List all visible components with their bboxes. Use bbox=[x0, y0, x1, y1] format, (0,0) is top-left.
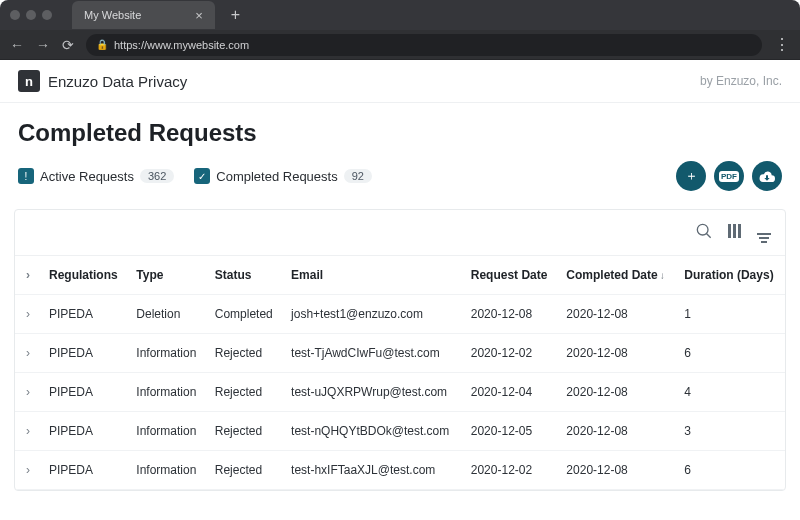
actions-right: ＋ PDF bbox=[676, 161, 782, 191]
cell-status: Rejected bbox=[207, 451, 283, 490]
plus-icon: ＋ bbox=[685, 167, 698, 185]
page-title: Completed Requests bbox=[0, 103, 800, 157]
col-completed-date[interactable]: Completed Date↓ bbox=[558, 256, 676, 295]
table-row[interactable]: ›PIPEDAInformationRejectedtest-uJQXRPWru… bbox=[15, 373, 785, 412]
cell-email: test-uJQXRPWrup@test.com bbox=[283, 373, 463, 412]
cell-request-date: 2020-12-02 bbox=[463, 451, 559, 490]
cell-type: Information bbox=[128, 334, 206, 373]
table-body: ›PIPEDADeletionCompletedjosh+test1@enzuz… bbox=[15, 295, 785, 490]
tab-active-requests[interactable]: ! Active Requests 362 bbox=[18, 168, 174, 184]
table-container: › Regulations Type Status Email Request … bbox=[14, 209, 786, 491]
window-close-dot[interactable] bbox=[10, 10, 20, 20]
tabs-left: ! Active Requests 362 ✓ Completed Reques… bbox=[18, 168, 372, 184]
cell-duration: 6 bbox=[676, 451, 785, 490]
col-status[interactable]: Status bbox=[207, 256, 283, 295]
requests-table: › Regulations Type Status Email Request … bbox=[15, 256, 785, 490]
close-icon[interactable]: × bbox=[195, 9, 203, 22]
cell-duration: 1 bbox=[676, 295, 785, 334]
cell-completed-date: 2020-12-08 bbox=[558, 334, 676, 373]
cell-regulations: PIPEDA bbox=[41, 373, 128, 412]
tab-label: Active Requests bbox=[40, 169, 134, 184]
filter-icon[interactable] bbox=[757, 222, 771, 243]
cell-request-date: 2020-12-04 bbox=[463, 373, 559, 412]
expand-row-icon[interactable]: › bbox=[15, 412, 41, 451]
cell-completed-date: 2020-12-08 bbox=[558, 412, 676, 451]
table-row[interactable]: ›PIPEDAInformationRejectedtest-hxIFTaaXJ… bbox=[15, 451, 785, 490]
cell-status: Completed bbox=[207, 295, 283, 334]
header-byline: by Enzuzo, Inc. bbox=[700, 74, 782, 88]
cell-type: Deletion bbox=[128, 295, 206, 334]
expand-row-icon[interactable]: › bbox=[15, 334, 41, 373]
col-request-date[interactable]: Request Date bbox=[463, 256, 559, 295]
download-button[interactable] bbox=[752, 161, 782, 191]
back-icon[interactable]: ← bbox=[10, 37, 24, 53]
cell-completed-date: 2020-12-08 bbox=[558, 373, 676, 412]
new-tab-button[interactable]: + bbox=[231, 7, 240, 23]
browser-chrome: My Website × + ← → ⟳ 🔒 https://www.myweb… bbox=[0, 0, 800, 60]
cell-duration: 6 bbox=[676, 334, 785, 373]
col-regulations[interactable]: Regulations bbox=[41, 256, 128, 295]
cell-request-date: 2020-12-02 bbox=[463, 334, 559, 373]
expand-row-icon[interactable]: › bbox=[15, 373, 41, 412]
reload-icon[interactable]: ⟳ bbox=[62, 37, 74, 53]
col-email[interactable]: Email bbox=[283, 256, 463, 295]
check-icon: ✓ bbox=[194, 168, 210, 184]
url-text: https://www.mywebsite.com bbox=[114, 39, 249, 51]
browser-tab-title: My Website bbox=[84, 9, 141, 21]
cell-regulations: PIPEDA bbox=[41, 334, 128, 373]
window-min-dot[interactable] bbox=[26, 10, 36, 20]
cell-regulations: PIPEDA bbox=[41, 451, 128, 490]
brand: n Enzuzo Data Privacy bbox=[18, 70, 187, 92]
columns-icon[interactable] bbox=[728, 224, 741, 241]
col-duration[interactable]: Duration (Days) bbox=[676, 256, 785, 295]
cell-status: Rejected bbox=[207, 334, 283, 373]
cell-completed-date: 2020-12-08 bbox=[558, 295, 676, 334]
cell-request-date: 2020-12-05 bbox=[463, 412, 559, 451]
table-row[interactable]: ›PIPEDAInformationRejectedtest-TjAwdCIwF… bbox=[15, 334, 785, 373]
export-pdf-button[interactable]: PDF bbox=[714, 161, 744, 191]
table-row[interactable]: ›PIPEDAInformationRejectedtest-nQHQYtBDO… bbox=[15, 412, 785, 451]
titlebar: My Website × + bbox=[0, 0, 800, 30]
sort-desc-icon: ↓ bbox=[660, 270, 665, 281]
cell-duration: 3 bbox=[676, 412, 785, 451]
expand-row-icon[interactable]: › bbox=[15, 295, 41, 334]
app-header: n Enzuzo Data Privacy by Enzuzo, Inc. bbox=[0, 60, 800, 103]
cell-email: test-TjAwdCIwFu@test.com bbox=[283, 334, 463, 373]
url-input[interactable]: 🔒 https://www.mywebsite.com bbox=[86, 34, 762, 56]
add-button[interactable]: ＋ bbox=[676, 161, 706, 191]
cell-email: test-hxIFTaaXJL@test.com bbox=[283, 451, 463, 490]
tab-completed-requests[interactable]: ✓ Completed Requests 92 bbox=[194, 168, 372, 184]
cell-status: Rejected bbox=[207, 412, 283, 451]
col-label: Completed Date bbox=[566, 268, 657, 282]
brand-title: Enzuzo Data Privacy bbox=[48, 73, 187, 90]
search-icon[interactable] bbox=[696, 223, 712, 242]
count-badge: 362 bbox=[140, 169, 174, 183]
cell-completed-date: 2020-12-08 bbox=[558, 451, 676, 490]
browser-tab[interactable]: My Website × bbox=[72, 1, 215, 29]
table-toolbar bbox=[15, 210, 785, 256]
cell-duration: 4 bbox=[676, 373, 785, 412]
lock-icon: 🔒 bbox=[96, 39, 108, 50]
cell-email: josh+test1@enzuzo.com bbox=[283, 295, 463, 334]
alert-icon: ! bbox=[18, 168, 34, 184]
tab-label: Completed Requests bbox=[216, 169, 337, 184]
cell-type: Information bbox=[128, 451, 206, 490]
cell-type: Information bbox=[128, 373, 206, 412]
pdf-icon: PDF bbox=[719, 171, 739, 182]
expand-row-icon[interactable]: › bbox=[15, 451, 41, 490]
cell-type: Information bbox=[128, 412, 206, 451]
cell-status: Rejected bbox=[207, 373, 283, 412]
col-type[interactable]: Type bbox=[128, 256, 206, 295]
window-max-dot[interactable] bbox=[42, 10, 52, 20]
count-badge: 92 bbox=[344, 169, 372, 183]
page-content: n Enzuzo Data Privacy by Enzuzo, Inc. Co… bbox=[0, 60, 800, 520]
table-header-row: › Regulations Type Status Email Request … bbox=[15, 256, 785, 295]
browser-menu-icon[interactable]: ⋮ bbox=[774, 35, 790, 54]
cell-regulations: PIPEDA bbox=[41, 295, 128, 334]
expand-header[interactable]: › bbox=[15, 256, 41, 295]
table-row[interactable]: ›PIPEDADeletionCompletedjosh+test1@enzuz… bbox=[15, 295, 785, 334]
address-bar-row: ← → ⟳ 🔒 https://www.mywebsite.com ⋮ bbox=[0, 30, 800, 60]
forward-icon[interactable]: → bbox=[36, 37, 50, 53]
cell-regulations: PIPEDA bbox=[41, 412, 128, 451]
tabs-row: ! Active Requests 362 ✓ Completed Reques… bbox=[0, 157, 800, 201]
